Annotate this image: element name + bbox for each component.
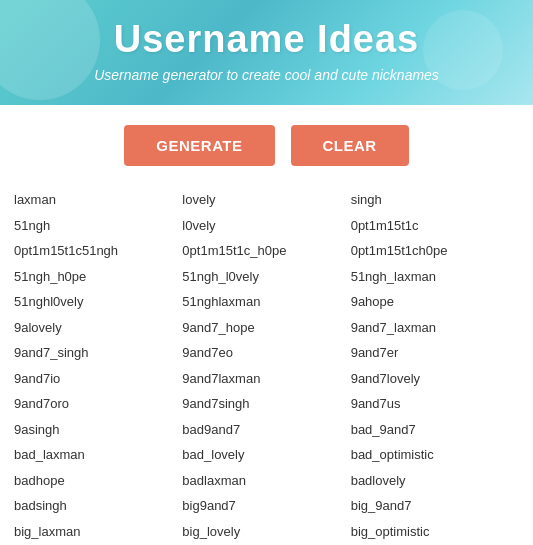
list-item: 51ngh_laxman bbox=[351, 265, 519, 289]
list-item: 9and7io bbox=[14, 367, 182, 391]
list-item: badlovely bbox=[351, 469, 519, 493]
list-item: 0pt1m15t1ch0pe bbox=[351, 239, 519, 263]
list-item: 51ngh bbox=[14, 214, 182, 238]
list-item: 9asingh bbox=[14, 418, 182, 442]
list-item: 51nghlaxman bbox=[182, 290, 350, 314]
list-item: 9and7laxman bbox=[182, 367, 350, 391]
list-item: 51nghl0vely bbox=[14, 290, 182, 314]
username-col-1: laxman51ngh0pt1m15t1c51ngh51ngh_h0pe51ng… bbox=[14, 188, 182, 545]
list-item: badhope bbox=[14, 469, 182, 493]
list-item: 9and7er bbox=[351, 341, 519, 365]
action-buttons: GENERATE CLEAR bbox=[0, 105, 533, 184]
list-item: big9and7 bbox=[182, 494, 350, 518]
list-item: 9and7_singh bbox=[14, 341, 182, 365]
list-item: 0pt1m15t1c_h0pe bbox=[182, 239, 350, 263]
page-title: Username Ideas bbox=[20, 18, 513, 61]
list-item: 9and7oro bbox=[14, 392, 182, 416]
list-item: 0pt1m15t1c bbox=[351, 214, 519, 238]
list-item: 9and7singh bbox=[182, 392, 350, 416]
list-item: 9and7us bbox=[351, 392, 519, 416]
list-item: 9alovely bbox=[14, 316, 182, 340]
list-item: 9and7_hope bbox=[182, 316, 350, 340]
list-item: lovely bbox=[182, 188, 350, 212]
list-item: bad_optimistic bbox=[351, 443, 519, 467]
username-grid: laxman51ngh0pt1m15t1c51ngh51ngh_h0pe51ng… bbox=[0, 184, 533, 545]
generate-button[interactable]: GENERATE bbox=[124, 125, 274, 166]
clear-button[interactable]: CLEAR bbox=[291, 125, 409, 166]
list-item: bad_lovely bbox=[182, 443, 350, 467]
list-item: l0vely bbox=[182, 214, 350, 238]
list-item: 9and7lovely bbox=[351, 367, 519, 391]
list-item: 9ahope bbox=[351, 290, 519, 314]
list-item: 51ngh_h0pe bbox=[14, 265, 182, 289]
username-col-3: singh0pt1m15t1c0pt1m15t1ch0pe51ngh_laxma… bbox=[351, 188, 519, 545]
header-section: Username Ideas Username generator to cre… bbox=[0, 0, 533, 105]
list-item: singh bbox=[351, 188, 519, 212]
list-item: bad_9and7 bbox=[351, 418, 519, 442]
list-item: big_9and7 bbox=[351, 494, 519, 518]
list-item: big_lovely bbox=[182, 520, 350, 544]
list-item: laxman bbox=[14, 188, 182, 212]
list-item: big_optimistic bbox=[351, 520, 519, 544]
list-item: bad_laxman bbox=[14, 443, 182, 467]
list-item: 9and7_laxman bbox=[351, 316, 519, 340]
list-item: 51ngh_l0vely bbox=[182, 265, 350, 289]
username-col-2: lovelyl0vely0pt1m15t1c_h0pe51ngh_l0vely5… bbox=[182, 188, 350, 545]
page-subtitle: Username generator to create cool and cu… bbox=[20, 67, 513, 83]
list-item: badlaxman bbox=[182, 469, 350, 493]
list-item: 9and7eo bbox=[182, 341, 350, 365]
list-item: 0pt1m15t1c51ngh bbox=[14, 239, 182, 263]
list-item: badsingh bbox=[14, 494, 182, 518]
list-item: big_laxman bbox=[14, 520, 182, 544]
list-item: bad9and7 bbox=[182, 418, 350, 442]
